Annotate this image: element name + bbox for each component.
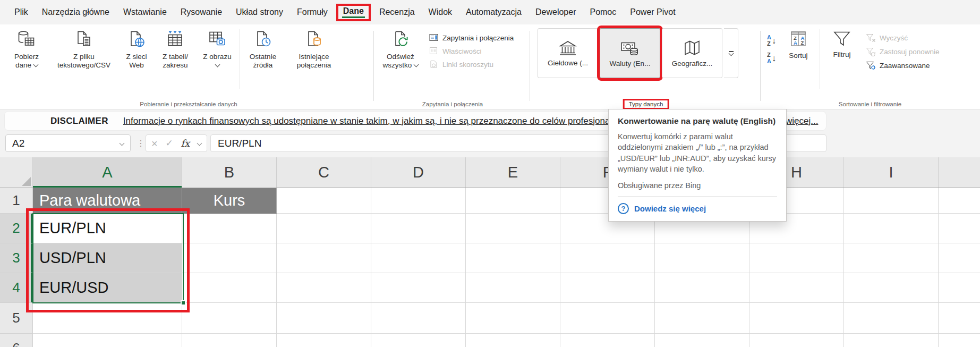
geography-data-type[interactable]: Geograficz...	[662, 28, 722, 78]
cell-B5[interactable]	[182, 303, 277, 334]
from-picture-button[interactable]: Z obrazu	[197, 27, 238, 92]
row-header-3[interactable]: 3	[0, 243, 33, 273]
column-header-d[interactable]: D	[371, 157, 466, 188]
cell-F5[interactable]	[560, 303, 655, 334]
row-header-2[interactable]: 2	[0, 214, 33, 243]
insert-function-icon[interactable]: fx	[181, 138, 190, 149]
column-header-c[interactable]: C	[277, 157, 371, 188]
column-header-e[interactable]: E	[466, 157, 560, 188]
cell-C6[interactable]	[277, 334, 371, 347]
cell-A4[interactable]: EUR/USD	[33, 273, 182, 303]
sort-button[interactable]: ZAAZ Sortuj	[781, 27, 815, 92]
filter-button[interactable]: Filtruj	[824, 27, 859, 92]
column-header-i[interactable]: I	[844, 157, 939, 188]
cell-D6[interactable]	[371, 334, 466, 347]
cell-C3[interactable]	[277, 243, 371, 273]
gallery-more-button[interactable]	[724, 28, 738, 78]
menu-tab-pomoc[interactable]: Pomoc	[583, 5, 623, 20]
cell-F3[interactable]	[560, 243, 655, 273]
learn-more-link[interactable]: ? Dowiedz się więcej	[618, 203, 777, 214]
cell-H5[interactable]	[749, 303, 844, 334]
existing-connections-button[interactable]: Istniejącepołączenia	[284, 27, 344, 92]
disclaimer-more-link[interactable]: więcej...	[786, 116, 818, 126]
cell-A1[interactable]: Para walutowa	[33, 188, 182, 214]
cell-D5[interactable]	[371, 303, 466, 334]
cell-D4[interactable]	[371, 273, 466, 303]
menu-tab-rysowanie[interactable]: Rysowanie	[174, 5, 229, 20]
menu-tab-formuły[interactable]: Formuły	[290, 5, 335, 20]
cell-A5[interactable]	[33, 303, 182, 334]
cell-E6[interactable]	[466, 334, 560, 347]
menu-tab-układ-strony[interactable]: Układ strony	[229, 5, 290, 20]
cell-C1[interactable]	[277, 188, 371, 214]
cell-B2[interactable]	[182, 214, 277, 243]
cell-I5[interactable]	[844, 303, 939, 334]
cell-A3[interactable]: USD/PLN	[33, 243, 182, 273]
refresh-all-button[interactable]: Odświeżwszystko	[376, 27, 425, 92]
get-data-button[interactable]: Pobierzdane	[4, 27, 49, 92]
from-web-button[interactable]: Z sieciWeb	[119, 27, 154, 92]
row-header-1[interactable]: 1	[0, 188, 33, 214]
cell-F4[interactable]	[560, 273, 655, 303]
cell-G4[interactable]	[655, 273, 749, 303]
cell-I6[interactable]	[844, 334, 939, 347]
name-box[interactable]: A2	[5, 134, 131, 152]
cell-I3[interactable]	[844, 243, 939, 273]
menu-tab-power-pivot[interactable]: Power Pivot	[623, 5, 682, 20]
row-header-5[interactable]: 5	[0, 303, 33, 334]
row-header-6[interactable]: 6	[0, 334, 33, 347]
cell-F6[interactable]	[560, 334, 655, 347]
cell-E2[interactable]	[466, 214, 560, 243]
disclaimer-link[interactable]: Informacje o rynkach finansowych są udos…	[123, 116, 631, 126]
cell-G6[interactable]	[655, 334, 749, 347]
enter-icon[interactable]: ✓	[165, 138, 173, 149]
menu-tab-wstawianie[interactable]: Wstawianie	[116, 5, 174, 20]
menu-tab-recenzja[interactable]: Recenzja	[372, 5, 422, 20]
cell-C5[interactable]	[277, 303, 371, 334]
cell-G5[interactable]	[655, 303, 749, 334]
queries-connections-button[interactable]: Zapytania i połączenia	[429, 33, 514, 42]
menu-tab-plik[interactable]: Plik	[7, 5, 35, 20]
column-header-a[interactable]: A	[33, 157, 182, 188]
stocks-data-type[interactable]: Giełdowe (...	[538, 28, 598, 78]
chevron-down-icon[interactable]	[120, 141, 125, 146]
column-header-b[interactable]: B	[182, 157, 277, 188]
advanced-filter-button[interactable]: Zaawansowane	[866, 61, 940, 70]
cell-H6[interactable]	[749, 334, 844, 347]
cell-D1[interactable]	[371, 188, 466, 214]
cell-I2[interactable]	[844, 214, 939, 243]
cell-G3[interactable]	[655, 243, 749, 273]
cell-B6[interactable]	[182, 334, 277, 347]
cell-I1[interactable]	[844, 188, 939, 214]
cell-B3[interactable]	[182, 243, 277, 273]
currencies-data-type[interactable]: Waluty (En...	[600, 28, 660, 78]
menu-tab-deweloper[interactable]: Deweloper	[529, 5, 583, 20]
cell-B1[interactable]: Kurs	[182, 188, 277, 214]
recent-sources-button[interactable]: Ostatnieźródła	[242, 27, 284, 92]
sort-descending-button[interactable]: ZA↓	[767, 52, 776, 64]
cell-E4[interactable]	[466, 273, 560, 303]
cell-E1[interactable]	[466, 188, 560, 214]
cell-E3[interactable]	[466, 243, 560, 273]
cell-D3[interactable]	[371, 243, 466, 273]
cell-H3[interactable]	[749, 243, 844, 273]
cell-I4[interactable]	[844, 273, 939, 303]
menu-tab-widok[interactable]: Widok	[422, 5, 459, 20]
menu-tab-automatyzacja[interactable]: Automatyzacja	[459, 5, 529, 20]
from-text-csv-button[interactable]: Z plikutekstowego/CSV	[49, 27, 119, 92]
sort-ascending-button[interactable]: AZ↓	[767, 35, 776, 47]
from-table-range-button[interactable]: Z tabeli/zakresu	[154, 27, 197, 92]
menu-tab-narzędzia-główne[interactable]: Narzędzia główne	[35, 5, 116, 20]
select-all-corner[interactable]	[0, 157, 33, 188]
cell-D2[interactable]	[371, 214, 466, 243]
cell-E5[interactable]	[466, 303, 560, 334]
row-header-4[interactable]: 4	[0, 273, 33, 303]
cell-B4[interactable]	[182, 273, 277, 303]
menu-tab-dane[interactable]: Dane	[343, 6, 364, 15]
cell-H4[interactable]	[749, 273, 844, 303]
drag-handle-icon[interactable]: ⋮	[137, 138, 145, 148]
cell-C2[interactable]	[277, 214, 371, 243]
cancel-icon[interactable]: ×	[151, 138, 158, 149]
cell-A6[interactable]	[33, 334, 182, 347]
chevron-down-icon[interactable]	[197, 141, 202, 146]
